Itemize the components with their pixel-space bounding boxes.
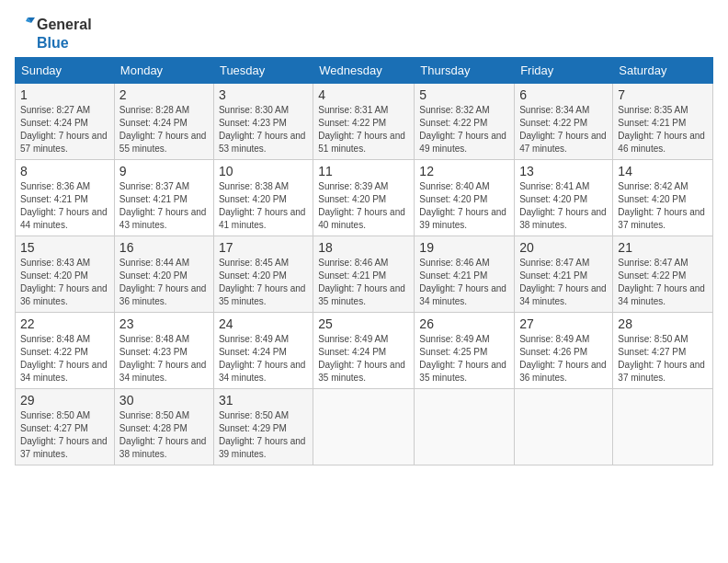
calendar-cell: 4Sunrise: 8:31 AMSunset: 4:22 PMDaylight…: [313, 84, 415, 160]
day-number: 6: [519, 87, 608, 102]
day-number: 13: [519, 164, 608, 178]
week-row-2: 8Sunrise: 8:36 AMSunset: 4:21 PMDaylight…: [16, 160, 713, 236]
calendar-cell: 27Sunrise: 8:49 AMSunset: 4:26 PMDayligh…: [515, 313, 613, 389]
calendar-cell: 15Sunrise: 8:43 AMSunset: 4:20 PMDayligh…: [16, 236, 115, 313]
cell-info: Sunrise: 8:37 AMSunset: 4:21 PMDaylight:…: [119, 181, 207, 230]
calendar-cell: 16Sunrise: 8:44 AMSunset: 4:20 PMDayligh…: [114, 236, 213, 313]
calendar-cell: 17Sunrise: 8:45 AMSunset: 4:20 PMDayligh…: [213, 236, 313, 313]
cell-info: Sunrise: 8:49 AMSunset: 4:25 PMDaylight:…: [419, 334, 506, 383]
calendar-cell: 24Sunrise: 8:49 AMSunset: 4:24 PMDayligh…: [213, 313, 313, 389]
week-row-5: 29Sunrise: 8:50 AMSunset: 4:27 PMDayligh…: [16, 389, 713, 465]
calendar-cell: 30Sunrise: 8:50 AMSunset: 4:28 PMDayligh…: [114, 389, 213, 465]
calendar-cell: 26Sunrise: 8:49 AMSunset: 4:25 PMDayligh…: [415, 313, 515, 389]
cell-info: Sunrise: 8:49 AMSunset: 4:24 PMDaylight:…: [318, 334, 405, 383]
logo-line1: General: [37, 17, 92, 33]
day-number: 24: [219, 316, 308, 331]
day-number: 27: [519, 316, 608, 331]
calendar-cell: [313, 389, 415, 465]
day-number: 31: [219, 393, 308, 408]
day-number: 20: [519, 240, 608, 255]
calendar-cell: 10Sunrise: 8:38 AMSunset: 4:20 PMDayligh…: [213, 160, 313, 236]
day-number: 10: [219, 164, 308, 178]
calendar-cell: [515, 389, 613, 465]
calendar-cell: 9Sunrise: 8:37 AMSunset: 4:21 PMDaylight…: [114, 160, 213, 236]
cell-info: Sunrise: 8:44 AMSunset: 4:20 PMDaylight:…: [119, 258, 207, 306]
day-number: 16: [119, 240, 209, 255]
calendar-cell: 5Sunrise: 8:32 AMSunset: 4:22 PMDaylight…: [415, 84, 515, 160]
calendar-table: SundayMondayTuesdayWednesdayThursdayFrid…: [15, 57, 713, 465]
calendar-cell: 11Sunrise: 8:39 AMSunset: 4:20 PMDayligh…: [313, 160, 415, 236]
cell-info: Sunrise: 8:48 AMSunset: 4:23 PMDaylight:…: [119, 334, 207, 383]
header-cell-tuesday: Tuesday: [213, 58, 313, 84]
cell-info: Sunrise: 8:50 AMSunset: 4:27 PMDaylight:…: [618, 334, 705, 383]
day-number: 19: [419, 240, 509, 255]
day-number: 18: [318, 240, 409, 255]
week-row-3: 15Sunrise: 8:43 AMSunset: 4:20 PMDayligh…: [16, 236, 713, 313]
day-number: 11: [318, 164, 409, 178]
day-number: 12: [419, 164, 509, 178]
cell-info: Sunrise: 8:50 AMSunset: 4:27 PMDaylight:…: [20, 410, 108, 459]
cell-info: Sunrise: 8:41 AMSunset: 4:20 PMDaylight:…: [519, 181, 607, 230]
logo-bird-icon: [15, 15, 35, 35]
calendar-cell: 23Sunrise: 8:48 AMSunset: 4:23 PMDayligh…: [114, 313, 213, 389]
calendar-cell: 25Sunrise: 8:49 AMSunset: 4:24 PMDayligh…: [313, 313, 415, 389]
day-number: 9: [119, 164, 209, 178]
cell-info: Sunrise: 8:40 AMSunset: 4:20 PMDaylight:…: [419, 181, 506, 230]
logo-line2: Blue: [37, 35, 69, 52]
calendar-cell: 13Sunrise: 8:41 AMSunset: 4:20 PMDayligh…: [515, 160, 613, 236]
header-cell-sunday: Sunday: [16, 58, 115, 84]
calendar-cell: 31Sunrise: 8:50 AMSunset: 4:29 PMDayligh…: [213, 389, 313, 465]
header: General Blue: [15, 15, 713, 52]
day-number: 28: [618, 316, 708, 331]
day-number: 30: [119, 393, 209, 408]
calendar-cell: 6Sunrise: 8:34 AMSunset: 4:22 PMDaylight…: [515, 84, 613, 160]
calendar-cell: 18Sunrise: 8:46 AMSunset: 4:21 PMDayligh…: [313, 236, 415, 313]
calendar-cell: 12Sunrise: 8:40 AMSunset: 4:20 PMDayligh…: [415, 160, 515, 236]
header-cell-monday: Monday: [114, 58, 213, 84]
cell-info: Sunrise: 8:46 AMSunset: 4:21 PMDaylight:…: [419, 258, 506, 306]
cell-info: Sunrise: 8:35 AMSunset: 4:21 PMDaylight:…: [618, 105, 705, 154]
day-number: 2: [119, 87, 209, 102]
cell-info: Sunrise: 8:30 AMSunset: 4:23 PMDaylight:…: [219, 105, 306, 154]
day-number: 7: [618, 87, 708, 102]
cell-info: Sunrise: 8:27 AMSunset: 4:24 PMDaylight:…: [20, 105, 108, 154]
cell-info: Sunrise: 8:47 AMSunset: 4:21 PMDaylight:…: [519, 258, 607, 306]
day-number: 21: [618, 240, 708, 255]
day-number: 3: [219, 87, 308, 102]
calendar-cell: [613, 389, 713, 465]
header-row: SundayMondayTuesdayWednesdayThursdayFrid…: [16, 58, 713, 84]
calendar-header: SundayMondayTuesdayWednesdayThursdayFrid…: [16, 58, 713, 84]
header-cell-wednesday: Wednesday: [313, 58, 415, 84]
cell-info: Sunrise: 8:46 AMSunset: 4:21 PMDaylight:…: [318, 258, 405, 306]
day-number: 8: [20, 164, 109, 178]
day-number: 5: [419, 87, 509, 102]
calendar-cell: 19Sunrise: 8:46 AMSunset: 4:21 PMDayligh…: [415, 236, 515, 313]
week-row-4: 22Sunrise: 8:48 AMSunset: 4:22 PMDayligh…: [16, 313, 713, 389]
calendar-body: 1Sunrise: 8:27 AMSunset: 4:24 PMDaylight…: [16, 84, 713, 465]
calendar-cell: [415, 389, 515, 465]
cell-info: Sunrise: 8:47 AMSunset: 4:22 PMDaylight:…: [618, 258, 705, 306]
day-number: 14: [618, 164, 708, 178]
day-number: 17: [219, 240, 308, 255]
day-number: 4: [318, 87, 409, 102]
calendar-cell: 1Sunrise: 8:27 AMSunset: 4:24 PMDaylight…: [16, 84, 115, 160]
calendar-cell: 8Sunrise: 8:36 AMSunset: 4:21 PMDaylight…: [16, 160, 115, 236]
cell-info: Sunrise: 8:31 AMSunset: 4:22 PMDaylight:…: [318, 105, 405, 154]
cell-info: Sunrise: 8:34 AMSunset: 4:22 PMDaylight:…: [519, 105, 607, 154]
calendar-cell: 29Sunrise: 8:50 AMSunset: 4:27 PMDayligh…: [16, 389, 115, 465]
cell-info: Sunrise: 8:38 AMSunset: 4:20 PMDaylight:…: [219, 181, 306, 230]
day-number: 23: [119, 316, 209, 331]
calendar-cell: 22Sunrise: 8:48 AMSunset: 4:22 PMDayligh…: [16, 313, 115, 389]
cell-info: Sunrise: 8:28 AMSunset: 4:24 PMDaylight:…: [119, 105, 207, 154]
calendar-cell: 2Sunrise: 8:28 AMSunset: 4:24 PMDaylight…: [114, 84, 213, 160]
calendar-cell: 21Sunrise: 8:47 AMSunset: 4:22 PMDayligh…: [613, 236, 713, 313]
calendar-cell: 7Sunrise: 8:35 AMSunset: 4:21 PMDaylight…: [613, 84, 713, 160]
week-row-1: 1Sunrise: 8:27 AMSunset: 4:24 PMDaylight…: [16, 84, 713, 160]
header-cell-friday: Friday: [515, 58, 613, 84]
day-number: 15: [20, 240, 109, 255]
calendar-cell: 3Sunrise: 8:30 AMSunset: 4:23 PMDaylight…: [213, 84, 313, 160]
cell-info: Sunrise: 8:50 AMSunset: 4:28 PMDaylight:…: [119, 410, 207, 459]
day-number: 25: [318, 316, 409, 331]
logo-container: General Blue: [15, 15, 92, 52]
day-number: 29: [20, 393, 109, 408]
